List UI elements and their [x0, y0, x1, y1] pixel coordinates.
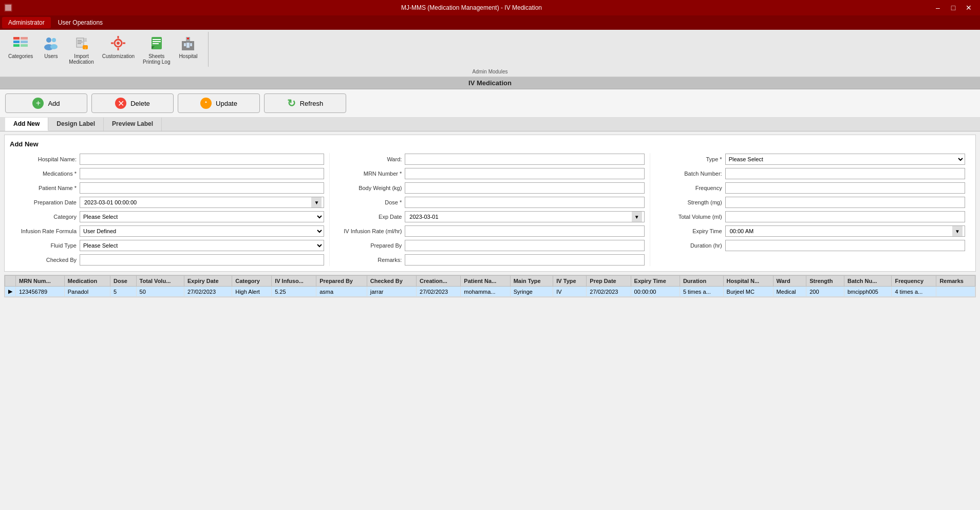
- col-main-type[interactable]: Main Type: [510, 276, 553, 287]
- toolbar-btn-customization[interactable]: Customization: [99, 32, 138, 67]
- input-dose[interactable]: [405, 197, 644, 208]
- update-button[interactable]: ▲ Update: [178, 93, 260, 113]
- col-expiry-date[interactable]: Expiry Date: [184, 276, 232, 287]
- col-ward[interactable]: Ward: [773, 276, 806, 287]
- input-prepared-by[interactable]: [405, 240, 644, 251]
- import-medication-label: Import Medication: [69, 53, 93, 65]
- input-medications[interactable]: [80, 168, 324, 179]
- select-fluid-type[interactable]: Please Select: [80, 240, 324, 251]
- menu-administrator[interactable]: Administrator: [2, 17, 51, 28]
- add-button[interactable]: + Add: [5, 93, 87, 113]
- input-ward[interactable]: [405, 154, 644, 165]
- row-duration: Duration (hr): [655, 239, 965, 252]
- refresh-button[interactable]: ↻ Refresh: [264, 93, 346, 113]
- input-body-weight[interactable]: [405, 182, 644, 194]
- customization-icon: [109, 34, 127, 52]
- input-exp-date[interactable]: 2023-03-01 ▼: [405, 211, 644, 222]
- input-frequency[interactable]: [725, 182, 965, 194]
- col-strength[interactable]: Strength: [806, 276, 844, 287]
- input-preparation-date[interactable]: 2023-03-01 00:00:00 ▼: [80, 197, 324, 208]
- row-exp-date: Exp Date 2023-03-01 ▼: [335, 211, 644, 223]
- col-iv-infuso[interactable]: IV Infuso...: [272, 276, 316, 287]
- admin-section: Categories Users: [5, 32, 209, 67]
- col-frequency[interactable]: Frequency: [892, 276, 936, 287]
- svg-rect-33: [184, 43, 186, 46]
- input-total-volume[interactable]: [725, 211, 965, 222]
- label-strength-mg: Strength (mg): [655, 199, 722, 205]
- col-expand: [5, 276, 16, 287]
- form-grid: Hospital Name: Medications * Patient Nam…: [10, 153, 970, 266]
- col-category[interactable]: Category: [232, 276, 272, 287]
- table-row[interactable]: ▶123456789Panadol55027/02/2023High Alert…: [5, 287, 975, 297]
- select-type[interactable]: Please Select: [725, 154, 965, 165]
- admin-modules-label: Admin Modules: [0, 68, 980, 77]
- cell-batch-nu: bmcipph005: [844, 287, 891, 297]
- cell-mrn-num: 123456789: [16, 287, 65, 297]
- delete-button[interactable]: ✕ Delete: [91, 93, 174, 113]
- action-bar: + Add ✕ Delete ▲ Update ↻ Refresh: [0, 89, 980, 118]
- input-iv-infusion-rate[interactable]: [405, 225, 644, 237]
- data-table: MRN Num... Medication Dose Total Volu...…: [5, 275, 975, 297]
- toolbar-btn-categories[interactable]: Categories: [5, 32, 36, 67]
- col-expiry-time[interactable]: Expiry Time: [631, 276, 680, 287]
- col-checked-by[interactable]: Checked By: [367, 276, 416, 287]
- col-creation[interactable]: Creation...: [417, 276, 461, 287]
- input-mrn-number[interactable]: [405, 168, 644, 179]
- cell-prep-date: 27/02/2023: [587, 287, 631, 297]
- col-medication[interactable]: Medication: [64, 276, 110, 287]
- col-total-volu[interactable]: Total Volu...: [136, 276, 184, 287]
- col-remarks[interactable]: Remarks: [936, 276, 975, 287]
- input-remarks[interactable]: [405, 254, 644, 266]
- close-button[interactable]: ✕: [962, 2, 976, 13]
- toolbar-btn-users[interactable]: Users: [38, 32, 64, 67]
- toolbar-btn-sheets-printing-log[interactable]: Sheets Printing Log: [140, 32, 173, 67]
- input-hospital-name[interactable]: [80, 154, 324, 165]
- col-hospital-n[interactable]: Hospital N...: [723, 276, 773, 287]
- col-iv-type[interactable]: IV Type: [553, 276, 587, 287]
- col-prep-date[interactable]: Prep Date: [587, 276, 631, 287]
- label-ward: Ward:: [335, 156, 402, 162]
- maximize-button[interactable]: □: [946, 2, 960, 13]
- input-duration[interactable]: [725, 240, 965, 251]
- hospital-label: Hospital: [179, 53, 197, 59]
- cell-category: High Alert: [232, 287, 272, 297]
- table-body: ▶123456789Panadol55027/02/2023High Alert…: [5, 287, 975, 297]
- tab-add-new[interactable]: Add New: [5, 118, 48, 131]
- expiry-time-picker[interactable]: ▼: [952, 226, 963, 236]
- window-controls: – □ ✕: [931, 2, 976, 13]
- cell-creation: 27/02/2023: [417, 287, 461, 297]
- input-expiry-time[interactable]: 00:00 AM ▼: [725, 225, 965, 237]
- preparation-date-picker[interactable]: ▼: [311, 197, 322, 207]
- row-category: Category Please Select: [10, 211, 324, 223]
- col-prepared-by[interactable]: Prepared By: [316, 276, 367, 287]
- tab-design-label[interactable]: Design Label: [48, 118, 104, 131]
- input-checked-by[interactable]: [80, 254, 324, 266]
- customization-label: Customization: [102, 53, 135, 59]
- menu-user-operations[interactable]: User Operations: [52, 17, 109, 28]
- col-batch-nu[interactable]: Batch Nu...: [844, 276, 891, 287]
- col-patient-na[interactable]: Patient Na...: [461, 276, 510, 287]
- exp-date-picker[interactable]: ▼: [632, 212, 642, 222]
- tab-preview-label[interactable]: Preview Label: [104, 118, 162, 131]
- toolbar-btn-hospital[interactable]: Hospital: [175, 32, 201, 67]
- col-duration[interactable]: Duration: [680, 276, 723, 287]
- input-batch-number[interactable]: [725, 168, 965, 179]
- label-prepared-by: Prepared By: [335, 242, 402, 249]
- cell-patient-na: mohamma...: [461, 287, 510, 297]
- input-patient-name[interactable]: [80, 182, 324, 194]
- svg-rect-14: [78, 40, 82, 41]
- col-dose[interactable]: Dose: [110, 276, 137, 287]
- col-mrn-num[interactable]: MRN Num...: [16, 276, 65, 287]
- label-body-weight: Body Weight (kg): [335, 185, 402, 191]
- row-fluid-type: Fluid Type Please Select: [10, 239, 324, 252]
- input-strength-mg[interactable]: [725, 197, 965, 208]
- minimize-button[interactable]: –: [931, 2, 945, 13]
- row-preparation-date: Preparation Date 2023-03-01 00:00:00 ▼: [10, 196, 324, 209]
- label-patient-name: Patient Name *: [10, 185, 77, 191]
- select-category[interactable]: Please Select: [80, 211, 324, 222]
- menu-bar: Administrator User Operations: [0, 15, 980, 30]
- select-infusion-rate-formula[interactable]: User Defined: [80, 225, 324, 237]
- toolbar-btn-import-medication[interactable]: ↓ Import Medication: [66, 32, 97, 67]
- svg-point-10: [50, 44, 58, 49]
- toolbar: Categories Users: [0, 30, 980, 77]
